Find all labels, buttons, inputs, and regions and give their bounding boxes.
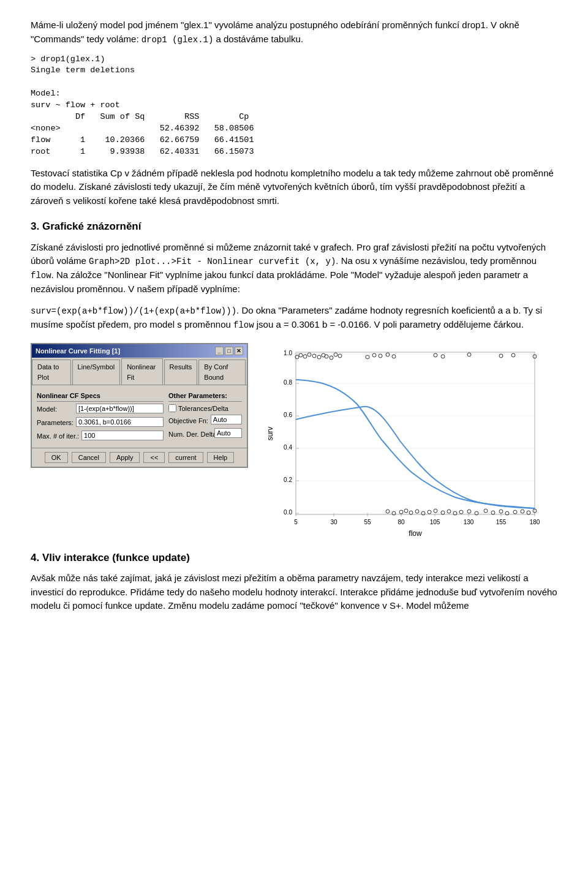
section4-heading: 4. Vliv interakce (funkce update) [31,550,557,566]
svg-text:1.0: 1.0 [284,350,292,356]
back-button[interactable]: << [143,452,165,463]
section3-num: 3. [31,220,39,232]
num-der-input[interactable] [214,428,242,438]
x-axis-label: flow [409,529,422,538]
svg-text:30: 30 [330,519,337,525]
paragraph-cp: Testovací statistika Cp v žádném případě… [31,167,557,208]
svg-text:130: 130 [463,519,473,525]
svg-text:5: 5 [294,519,298,525]
dialog-title: Nonlinear Curve Fitting [1] [36,346,120,356]
close-button[interactable]: ✕ [235,347,243,355]
formula-text-2: jsou a = 0.3061 b = -0.0166. V poli para… [254,319,524,330]
graph-code-1: Graph>2D plot...>Fit - Nonlinear curvefi… [89,257,336,266]
intro-text-1-end: a dostáváme tabulku. [213,34,303,44]
dialog-footer: OK Cancel Apply << current Help [32,448,247,467]
dialog-left-panel: Nonlinear CF Specs Model: Parameters: Ma… [37,389,164,444]
paragraph-interakce: Avšak může nás také zajímat, jaká je záv… [31,571,557,613]
nonlinear-cf-specs-label: Nonlinear CF Specs [37,391,164,402]
graph-text-3: . Na záložce "Nonlinear Fit" vyplníme ja… [31,269,528,294]
dialog-right-panel: Other Parameters: Tolerances/Delta Objec… [168,389,242,444]
tab-by-conf-bound[interactable]: By Conf Bound [198,360,246,385]
figure-row: Nonlinear Curve Fitting [1] _ □ ✕ Data t… [31,343,557,539]
max-iter-row: Max. # of iter.: [37,431,164,443]
parameters-row: Parameters: [37,417,164,429]
dialog-body: Nonlinear CF Specs Model: Parameters: Ma… [32,385,247,448]
chart-container: surv flow 0.0 0.2 0.4 0.6 0.8 1.0 5 30 [254,343,557,539]
formula-code: surv=(exp(a+b*flow))/(1+(exp(a+b*flow))) [31,306,236,316]
model-row: Model: [37,404,164,416]
svg-text:0.8: 0.8 [284,379,292,386]
graph-text-2: . Na osu x vynášíme nezávislou, tedy pro… [336,255,537,266]
code-block-drop1: > drop1(glex.1) Single term deletions Mo… [31,54,557,158]
minimize-button[interactable]: _ [215,347,224,355]
objective-label: Objective Fn: [168,416,208,426]
tab-data-to-plot[interactable]: Data to Plot [32,360,71,385]
graph-code-2: flow [31,271,51,281]
tolerances-row: Tolerances/Delta [168,404,242,414]
num-der-label: Num. Der. Delta: [168,429,212,440]
dialog-titlebar-controls[interactable]: _ □ ✕ [215,347,243,355]
max-iter-label: Max. # of iter.: [37,431,79,442]
dialog-tabs: Data to Plot Line/Symbol Nonlinear Fit R… [32,358,247,385]
apply-button[interactable]: Apply [110,452,140,463]
tab-nonlinear-fit[interactable]: Nonlinear Fit [121,358,162,385]
objective-row: Objective Fn: [168,415,242,427]
paragraph-graph: Získané závislosti pro jednotlivé proměn… [31,241,557,296]
section3-heading: 3. Grafické znázornění [31,219,557,235]
model-input[interactable] [76,404,164,413]
tolerances-label: Tolerances/Delta [178,404,228,414]
tolerances-checkbox[interactable] [168,404,176,412]
maximize-button[interactable]: □ [225,347,233,355]
cancel-button[interactable]: Cancel [72,452,106,463]
model-label: Model: [37,404,74,415]
y-axis-label: surv [266,426,274,440]
svg-text:55: 55 [364,519,371,525]
current-button[interactable]: current [168,452,203,463]
scatter-plot: surv flow 0.0 0.2 0.4 0.6 0.8 1.0 5 30 [265,343,547,539]
paragraph-formula: surv=(exp(a+b*flow))/(1+(exp(a+b*flow)))… [31,304,557,332]
parameters-input[interactable] [76,417,164,427]
intro-paragraph-1: Máme-li uložený model pod jménem "glex.1… [31,18,557,47]
other-params-label: Other Parameters: [168,391,242,402]
intro-code-1: drop1 (glex.1) [141,35,214,45]
tab-line-symbol[interactable]: Line/Symbol [72,360,121,385]
svg-text:0.0: 0.0 [284,509,292,516]
help-button[interactable]: Help [207,452,235,463]
dialog-titlebar: Nonlinear Curve Fitting [1] _ □ ✕ [32,344,247,358]
svg-text:155: 155 [496,519,506,525]
svg-text:0.6: 0.6 [284,412,292,418]
section4-num: 4. [31,552,39,563]
svg-text:80: 80 [398,519,405,525]
dialog-nonlinear-fit: Nonlinear Curve Fitting [1] _ □ ✕ Data t… [31,343,248,468]
svg-rect-0 [296,352,535,514]
num-der-row: Num. Der. Delta: [168,428,242,440]
svg-text:0.4: 0.4 [284,444,292,451]
objective-input[interactable] [211,415,242,424]
formula-code-2: flow [233,320,254,330]
ok-button[interactable]: OK [45,452,68,463]
svg-text:105: 105 [429,519,440,525]
svg-text:0.2: 0.2 [284,476,292,483]
tab-results[interactable]: Results [164,360,198,385]
section3-title-text: Grafické znázornění [42,220,141,232]
parameters-label: Parameters: [37,418,74,428]
svg-text:180: 180 [529,519,540,525]
max-iter-input[interactable] [81,431,164,440]
section4-title-text: Vliv interakce (funkce update) [42,552,190,563]
